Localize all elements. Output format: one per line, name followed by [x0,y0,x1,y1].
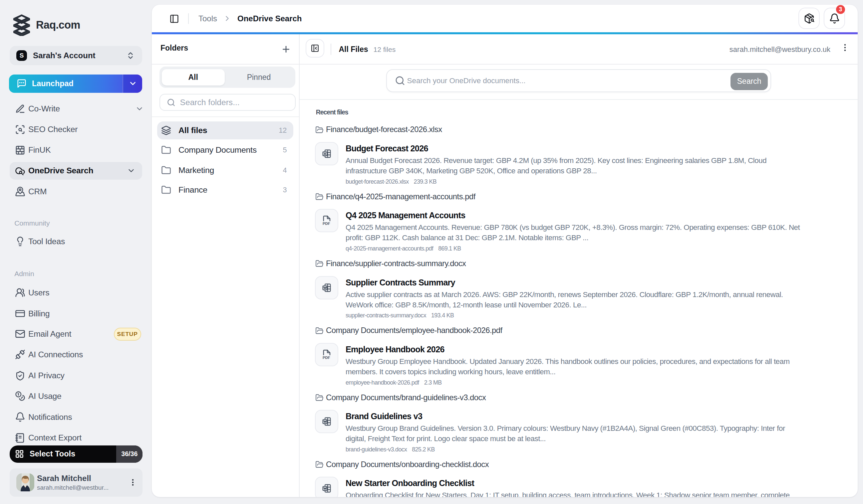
svg-text:PDF: PDF [323,222,330,225]
svg-text:PDF: PDF [323,356,330,360]
